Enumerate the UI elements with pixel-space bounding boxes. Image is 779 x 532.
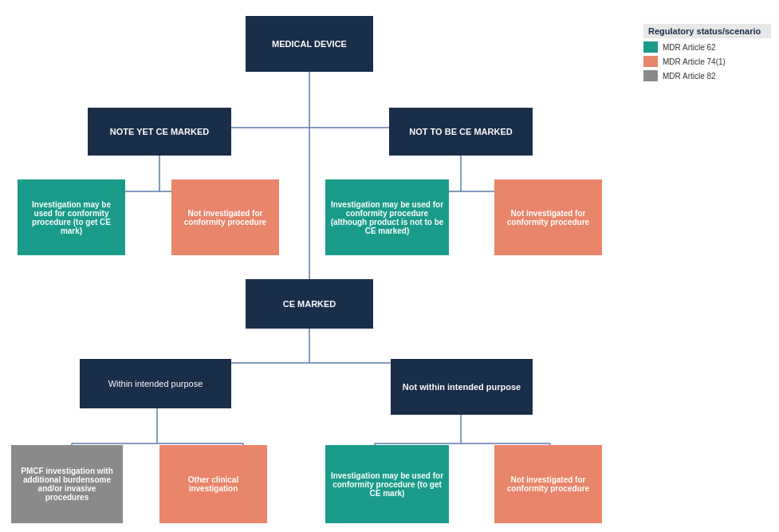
- not-investigated-3-node: Not investigated for conformity procedur…: [494, 445, 602, 523]
- legend: Regulatory status/scenario MDR Article 6…: [643, 24, 771, 85]
- within-intended-purpose-node: Within intended purpose: [80, 359, 231, 408]
- pmcf-investigation-node: PMCF investigation with additional burde…: [11, 445, 123, 523]
- legend-label-1: MDR Article 74(1): [663, 57, 726, 66]
- not-investigated-1-node: Not investigated for conformity procedur…: [171, 179, 279, 255]
- legend-color-2: [643, 70, 658, 81]
- diagram-container: MEDICAL DEVICE NOTE YET CE MARKED NOT TO…: [0, 0, 638, 532]
- not-investigated-2-node: Not investigated for conformity procedur…: [494, 179, 602, 255]
- legend-color-0: [643, 41, 658, 53]
- legend-item-2: MDR Article 82: [643, 70, 771, 81]
- investigation-conformity-1-node: Investigation may be used for conformity…: [18, 179, 125, 255]
- other-clinical-investigation-node: Other clinical investigation: [159, 445, 267, 523]
- legend-item-0: MDR Article 62: [643, 41, 771, 53]
- legend-color-1: [643, 56, 658, 67]
- not-within-intended-purpose-node: Not within intended purpose: [391, 359, 533, 415]
- legend-item-1: MDR Article 74(1): [643, 56, 771, 67]
- investigation-conformity-2-node: Investigation may be used for conformity…: [325, 179, 449, 255]
- investigation-conformity-3-node: Investigation may be used for conformity…: [325, 445, 449, 523]
- legend-label-0: MDR Article 62: [663, 43, 716, 52]
- legend-title: Regulatory status/scenario: [643, 24, 771, 38]
- not-to-be-ce-marked-node: NOT TO BE CE MARKED: [389, 108, 533, 156]
- not-yet-ce-marked-node: NOTE YET CE MARKED: [88, 108, 231, 156]
- medical-device-node: MEDICAL DEVICE: [246, 16, 373, 72]
- ce-marked-node: CE MARKED: [246, 279, 373, 329]
- legend-label-2: MDR Article 82: [663, 72, 716, 81]
